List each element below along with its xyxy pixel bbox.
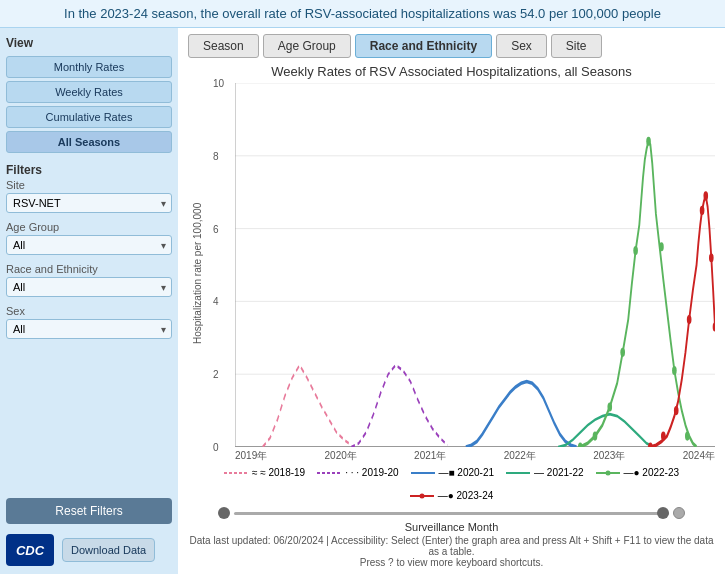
site-filter-label: Site [6, 179, 172, 191]
race-ethnicity-filter-select[interactable]: All [6, 277, 172, 297]
sex-filter-select[interactable]: All [6, 319, 172, 339]
tab-season[interactable]: Season [188, 34, 259, 58]
y-tick-0: 0 [213, 442, 219, 453]
legend-2022-23: —● 2022-23 [596, 467, 680, 478]
tab-site[interactable]: Site [551, 34, 602, 58]
svg-rect-27 [416, 472, 420, 474]
x-label-2023: 2023年 [593, 449, 625, 463]
svg-point-32 [419, 493, 424, 498]
chart-svg[interactable] [235, 83, 715, 447]
legend-2018-19: ≈ ≈ 2018-19 [224, 467, 305, 478]
svg-point-20 [700, 206, 705, 215]
tab-race-ethnicity[interactable]: Race and Ethnicity [355, 34, 492, 58]
surveillance-label: Surveillance Month [188, 521, 715, 533]
legend-2023-24: —● 2023-24 [410, 490, 494, 501]
monthly-rates-btn[interactable]: Monthly Rates [6, 56, 172, 78]
slider-right-handle[interactable] [673, 507, 685, 519]
tab-bar: Season Age Group Race and Ethnicity Sex … [188, 34, 715, 58]
line-2023-24 [650, 196, 715, 447]
y-axis-label: Hospitalization rate per 100,000 [188, 83, 207, 463]
chart-title: Weekly Rates of RSV Associated Hospitali… [188, 64, 715, 79]
svg-point-13 [659, 242, 664, 251]
race-ethnicity-filter-label: Race and Ethnicity [6, 263, 172, 275]
main-content: Season Age Group Race and Ethnicity Sex … [178, 28, 725, 574]
svg-point-9 [607, 402, 612, 411]
svg-point-30 [605, 470, 610, 475]
x-label-2024: 2024年 [683, 449, 715, 463]
x-label-2019: 2019年 [235, 449, 267, 463]
svg-point-8 [593, 432, 598, 441]
sidebar: View Monthly Rates Weekly Rates Cumulati… [0, 28, 178, 574]
age-group-filter-label: Age Group [6, 221, 172, 233]
y-tick-8: 8 [213, 150, 219, 161]
svg-point-22 [709, 253, 714, 262]
weekly-rates-btn[interactable]: Weekly Rates [6, 81, 172, 103]
tab-sex[interactable]: Sex [496, 34, 547, 58]
line-2021-22 [558, 414, 654, 447]
cdc-logo: CDC [6, 534, 54, 566]
svg-point-21 [703, 191, 708, 200]
y-tick-2: 2 [213, 369, 219, 380]
svg-point-7 [578, 442, 583, 447]
y-tick-4: 4 [213, 296, 219, 307]
site-filter-select[interactable]: RSV-NET [6, 193, 172, 213]
y-tick-10: 10 [213, 78, 224, 89]
cumulative-rates-btn[interactable]: Cumulative Rates [6, 106, 172, 128]
svg-point-19 [687, 315, 692, 324]
timeline-slider[interactable] [234, 512, 669, 515]
filters-label: Filters [6, 163, 172, 177]
legend-2020-21: —■ 2020-21 [411, 467, 495, 478]
y-tick-6: 6 [213, 223, 219, 234]
x-label-2021: 2021年 [414, 449, 446, 463]
top-banner: In the 2023-24 season, the overall rate … [0, 0, 725, 28]
svg-point-14 [672, 366, 677, 375]
svg-point-23 [713, 322, 715, 331]
legend-2021-22: — 2021-22 [506, 467, 583, 478]
legend-bar: ≈ ≈ 2018-19 · · · 2019-20 —■ 2020-21 — 2… [188, 467, 715, 501]
slider-area [188, 507, 715, 519]
legend-2019-20: · · · 2019-20 [317, 467, 398, 478]
tab-age-group[interactable]: Age Group [263, 34, 351, 58]
svg-point-17 [661, 432, 666, 441]
slider-left-handle[interactable] [218, 507, 230, 519]
sex-filter-label: Sex [6, 305, 172, 317]
line-2018-19 [263, 365, 352, 447]
svg-rect-26 [411, 472, 435, 474]
line-2020-21 [466, 381, 577, 447]
all-seasons-btn[interactable]: All Seasons [6, 131, 172, 153]
bottom-note: Data last updated: 06/20/2024 | Accessib… [188, 535, 715, 568]
svg-point-12 [646, 137, 651, 146]
x-label-2022: 2022年 [504, 449, 536, 463]
line-2019-20 [351, 365, 447, 447]
reset-filters-button[interactable]: Reset Filters [6, 498, 172, 524]
svg-point-18 [674, 406, 679, 415]
svg-point-11 [633, 246, 638, 255]
download-data-button[interactable]: Download Data [62, 538, 155, 562]
svg-point-10 [620, 348, 625, 357]
view-label: View [6, 36, 172, 50]
x-label-2020: 2020年 [325, 449, 357, 463]
age-group-filter-select[interactable]: All [6, 235, 172, 255]
svg-point-15 [685, 432, 690, 441]
